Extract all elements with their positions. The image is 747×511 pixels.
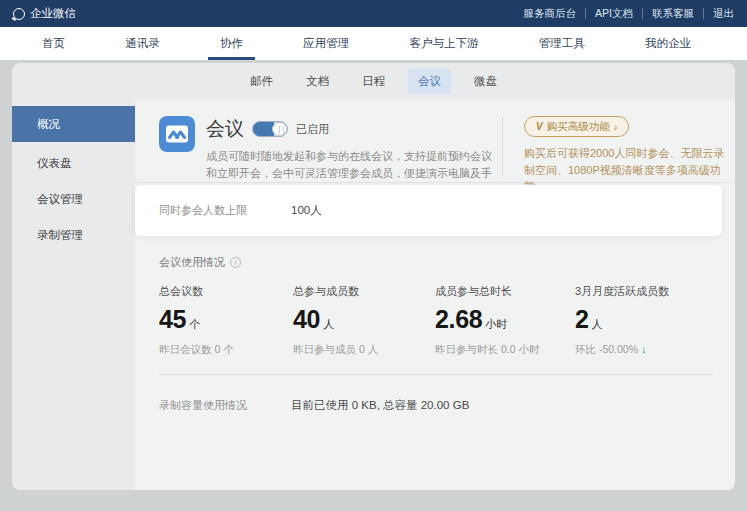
stat-sub: 昨日会议数 0 个	[159, 343, 293, 357]
stat-unit: 人	[323, 318, 334, 330]
stat-sub: 昨日参与时长 0.0 小时	[435, 343, 575, 357]
sidebar-item-overview[interactable]: 概况	[12, 106, 135, 142]
page-background: 邮件 文档 日程 会议 微盘 概况 仪表盘 会议管理 录制管理	[0, 60, 747, 511]
top-link-contact-support[interactable]: 联系客服	[643, 8, 704, 19]
nav-item-customers[interactable]: 客户与上下游	[410, 27, 479, 60]
usage-title-text: 会议使用情况	[159, 255, 225, 270]
stat-total-meetings: 总会议数 45个 昨日会议数 0 个	[159, 284, 293, 357]
nav-item-collaboration[interactable]: 协作	[220, 27, 243, 60]
stat-monthly-active: 3月月度活跃成员数 2人 环比 -50.00%↓	[575, 284, 669, 357]
wechat-work-logo-icon	[13, 8, 25, 20]
primary-nav: 首页 通讯录 协作 应用管理 客户与上下游 管理工具 我的企业	[0, 27, 747, 60]
stat-value: 40	[293, 305, 320, 333]
top-link-api-docs[interactable]: API文档	[586, 8, 643, 19]
sidebar-item-dashboard[interactable]: 仪表盘	[12, 148, 135, 178]
sidebar-item-recording-management[interactable]: 录制管理	[12, 220, 135, 250]
trend-down-arrow-icon: ↓	[641, 343, 646, 355]
buy-premium-label: 购买高级功能	[547, 120, 610, 134]
buy-premium-button[interactable]: V 购买高级功能 ›	[524, 116, 629, 137]
brand-name: 企业微信	[30, 6, 76, 21]
stat-value: 45	[159, 305, 186, 333]
top-bar: 企业微信 服务商后台 API文档 联系客服 退出	[0, 0, 747, 27]
stat-sub: 昨日参与成员 0 人	[293, 343, 435, 357]
top-link-provider-console[interactable]: 服务商后台	[515, 8, 587, 19]
tab-mail[interactable]: 邮件	[240, 69, 283, 94]
usage-stats: 总会议数 45个 昨日会议数 0 个 总参与成员数 40人 昨日参与成员 0 人…	[159, 284, 711, 357]
top-links: 服务商后台 API文档 联系客服 退出	[515, 8, 734, 19]
stat-sub: 环比 -50.00%↓	[575, 343, 669, 357]
enable-toggle[interactable]	[252, 121, 288, 137]
stat-sub-text: 环比 -50.00%	[575, 343, 638, 355]
usage-section: 会议使用情况 i 总会议数 45个 昨日会议数 0 个 总参与成员数 40人 昨…	[135, 236, 735, 357]
tab-calendar[interactable]: 日程	[352, 69, 395, 94]
stat-value: 2.68	[435, 305, 482, 333]
usage-section-title: 会议使用情况 i	[159, 255, 711, 270]
tab-meeting[interactable]: 会议	[408, 69, 451, 94]
stat-unit: 个	[189, 318, 200, 330]
stat-label: 成员参与总时长	[435, 284, 575, 299]
stat-label: 3月月度活跃成员数	[575, 284, 669, 299]
collaboration-subtabs: 邮件 文档 日程 会议 微盘	[12, 63, 735, 99]
card-body: 概况 仪表盘 会议管理 录制管理	[12, 99, 735, 490]
content-panel: 会议 已启用 成员可随时随地发起和参与的在线会议，支持提前预约会议和立即开会，会…	[135, 99, 735, 490]
stat-label: 总会议数	[159, 284, 293, 299]
recording-value: 目前已使用 0 KB, 总容量 20.00 GB	[291, 398, 469, 413]
sidebar-item-meeting-management[interactable]: 会议管理	[12, 184, 135, 214]
sidebar: 概况 仪表盘 会议管理 录制管理	[12, 99, 135, 490]
nav-item-apps[interactable]: 应用管理	[303, 27, 349, 60]
stat-total-participants: 总参与成员数 40人 昨日参与成员 0 人	[293, 284, 435, 357]
top-link-logout[interactable]: 退出	[704, 8, 734, 19]
enabled-status-label: 已启用	[296, 122, 329, 137]
nav-item-contacts[interactable]: 通讯录	[125, 27, 160, 60]
capacity-label: 同时参会人数上限	[159, 203, 291, 218]
premium-promo: V 购买高级功能 › 购买后可获得2000人同时参会、无限云录制空间、1080P…	[503, 116, 725, 182]
nav-item-home[interactable]: 首页	[42, 27, 65, 60]
toggle-knob-icon	[272, 122, 287, 136]
stat-unit: 小时	[485, 318, 506, 330]
capacity-highlight-row: 同时参会人数上限 100人	[135, 185, 722, 236]
stat-label: 总参与成员数	[293, 284, 435, 299]
app-title: 会议	[206, 116, 244, 142]
vip-icon: V	[536, 121, 543, 132]
recording-capacity-row: 录制容量使用情况 目前已使用 0 KB, 总容量 20.00 GB	[135, 375, 735, 436]
tab-docs[interactable]: 文档	[296, 69, 339, 94]
info-icon[interactable]: i	[230, 257, 241, 268]
chevron-right-icon: ›	[614, 121, 618, 133]
meeting-app-summary: 会议 已启用 成员可随时随地发起和参与的在线会议，支持提前预约会议和立即开会，会…	[206, 116, 492, 182]
capacity-value: 100人	[291, 203, 322, 218]
stat-unit: 人	[592, 318, 603, 330]
stat-total-duration: 成员参与总时长 2.68小时 昨日参与时长 0.0 小时	[435, 284, 575, 357]
recording-label: 录制容量使用情况	[159, 398, 291, 413]
tab-drive[interactable]: 微盘	[464, 69, 507, 94]
nav-item-my-company[interactable]: 我的企业	[645, 27, 691, 60]
meeting-app-header: 会议 已启用 成员可随时随地发起和参与的在线会议，支持提前预约会议和立即开会，会…	[135, 99, 735, 183]
stat-value: 2	[575, 305, 589, 333]
nav-item-admin-tools[interactable]: 管理工具	[539, 27, 585, 60]
meeting-app-icon	[159, 116, 195, 152]
main-card: 邮件 文档 日程 会议 微盘 概况 仪表盘 会议管理 录制管理	[12, 63, 735, 490]
brand: 企业微信	[13, 6, 76, 21]
